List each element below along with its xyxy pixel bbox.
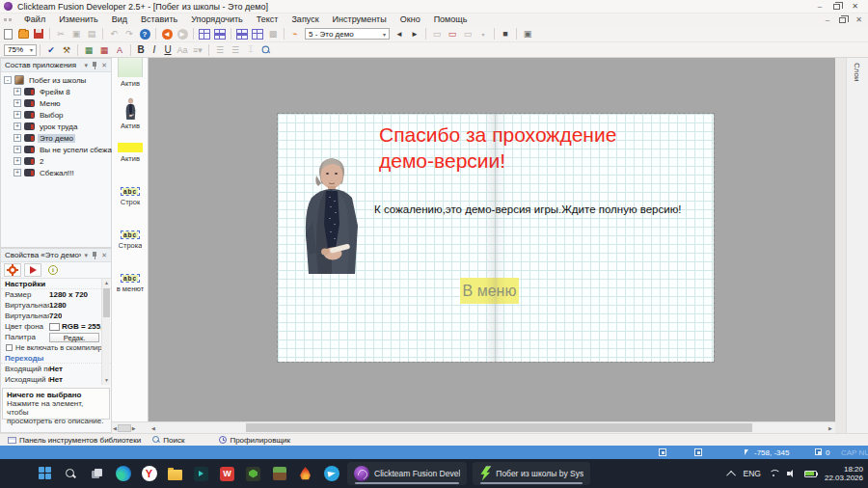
tree-item-eto-demo[interactable]: + Это демо: [4, 132, 111, 144]
scroll-thumb[interactable]: [246, 423, 752, 432]
search-zoom-icon[interactable]: [258, 43, 274, 57]
underline-button[interactable]: U: [161, 43, 175, 57]
library-tools-panel-button[interactable]: Панель инструментов библиотеки: [4, 434, 145, 447]
yellow-thumbnail-icon[interactable]: [118, 143, 143, 152]
layers-side-tab[interactable]: Слои: [846, 58, 868, 433]
menu-arrange[interactable]: Упорядочить: [184, 14, 250, 26]
tree-item-menu[interactable]: + Меню: [4, 97, 111, 109]
stop-button[interactable]: ■: [498, 27, 513, 41]
dark-app-icon[interactable]: [191, 464, 211, 484]
frame-body-text[interactable]: К сожалению,это демо-версия игры.Ждите п…: [374, 203, 682, 215]
menu-view[interactable]: Вид: [105, 14, 134, 26]
green-app-icon[interactable]: [243, 464, 263, 484]
taskbar-search-icon[interactable]: [61, 464, 81, 484]
tree-item-urok-truda[interactable]: + урок труда: [4, 121, 111, 132]
event-editor-button[interactable]: [234, 27, 250, 41]
tree-item-2[interactable]: + 2: [4, 155, 111, 167]
show-grid-icon[interactable]: ▦: [81, 43, 96, 57]
taskbar-window-fusion[interactable]: Clickteam Fusion Devel: [347, 462, 467, 485]
teacher-thumbnail-icon[interactable]: [123, 97, 138, 120]
menu-tools[interactable]: Инструменты: [326, 14, 393, 26]
search-panel-button[interactable]: Поиск: [149, 434, 188, 447]
task-view-icon[interactable]: [87, 464, 107, 484]
run-frame-button[interactable]: ▭: [445, 27, 460, 41]
menu-help[interactable]: Помощь: [427, 14, 475, 26]
run-project-icon[interactable]: ▭: [460, 27, 475, 41]
language-indicator[interactable]: ENG: [744, 469, 761, 478]
pointer-tool-icon[interactable]: ✔: [43, 43, 59, 57]
start-button[interactable]: [35, 464, 55, 484]
object-active-yellow[interactable]: Актив: [112, 143, 149, 163]
string-object-icon[interactable]: abc: [121, 274, 140, 283]
expander-icon[interactable]: +: [14, 122, 21, 130]
pin-icon[interactable]: [92, 62, 97, 69]
expander-icon[interactable]: -: [4, 76, 12, 84]
menu-edit[interactable]: Изменить: [52, 14, 105, 26]
properties-scrollbar[interactable]: ▲ ▼: [101, 279, 110, 385]
tab-settings-gear-icon[interactable]: [4, 263, 21, 277]
scroll-down-icon[interactable]: ▼: [102, 376, 111, 385]
help-button[interactable]: ?: [137, 27, 152, 41]
expander-icon[interactable]: +: [14, 99, 21, 107]
canvas-horizontal-scrollbar[interactable]: ◀ ▶: [149, 421, 835, 433]
object-string-1[interactable]: abc Строк: [112, 187, 149, 206]
font-tool-icon[interactable]: A: [112, 43, 127, 57]
battery-icon[interactable]: [804, 471, 817, 477]
string-object-icon[interactable]: abc: [121, 187, 140, 196]
run-frame-icon[interactable]: ⌁: [287, 27, 303, 41]
menu-file[interactable]: Файл: [17, 14, 52, 26]
tree-item-frame8[interactable]: + Фрейм 8: [4, 86, 111, 97]
forward-button[interactable]: ►: [175, 27, 190, 41]
minecraft-icon[interactable]: [269, 464, 289, 484]
wifi-icon[interactable]: [769, 470, 779, 478]
red-w-app-icon[interactable]: W: [217, 464, 237, 484]
frame-selector[interactable]: 5 - Это демо▾: [305, 28, 390, 40]
clock[interactable]: 18:20 22.03.2026: [825, 465, 863, 482]
prev-frame-button[interactable]: ◄: [392, 27, 407, 41]
run-application-icon[interactable]: ▭: [429, 27, 445, 41]
expander-icon[interactable]: +: [14, 157, 21, 165]
fullscreen-button[interactable]: ▣: [520, 27, 535, 41]
minimize-button[interactable]: –: [818, 3, 822, 11]
menu-button-object[interactable]: В меню: [460, 278, 519, 304]
flame-app-icon[interactable]: [295, 464, 315, 484]
scroll-thumb[interactable]: [103, 288, 110, 317]
tray-expand-chevron-icon[interactable]: [726, 470, 736, 479]
event-list-editor-button[interactable]: [250, 27, 265, 41]
taskbar-window-game[interactable]: Побег из школы by Sys: [473, 462, 590, 485]
object-string-2[interactable]: abc Строка: [112, 230, 149, 250]
save-button[interactable]: [31, 27, 46, 41]
tab-about-info-icon[interactable]: i: [44, 263, 62, 277]
frame-title-text[interactable]: Спасибо за прохождение демо-версии!: [379, 122, 616, 174]
bold-button[interactable]: B: [134, 43, 148, 57]
mdi-minimize-button[interactable]: –: [826, 15, 829, 24]
prop-row-transition-in[interactable]: Входящий пе Нет: [1, 364, 111, 374]
pin-icon[interactable]: [92, 252, 97, 259]
yandex-browser-icon[interactable]: Y: [139, 464, 159, 484]
mdi-close-button[interactable]: ✕: [855, 15, 862, 24]
scroll-right-icon[interactable]: ▶: [132, 425, 136, 431]
close-button[interactable]: ✕: [852, 3, 858, 11]
scroll-up-icon[interactable]: ▲: [102, 279, 111, 287]
profiler-panel-button[interactable]: Профилировщик: [215, 434, 294, 447]
object-list-scrollbar[interactable]: ◀ ▶: [112, 421, 149, 433]
checkbox[interactable]: [6, 344, 13, 351]
expander-icon[interactable]: +: [14, 146, 21, 153]
tree-item-sbezhal[interactable]: + Сбежал!!!: [4, 167, 111, 178]
open-file-button[interactable]: [15, 27, 31, 41]
new-file-button[interactable]: [0, 27, 15, 41]
palette-edit-button[interactable]: Редак.: [49, 333, 99, 342]
expander-icon[interactable]: +: [14, 88, 21, 95]
tree-item-ne-uspeli[interactable]: + Вы не успели сбежать :(: [4, 144, 111, 155]
prop-row-virtual-width[interactable]: Виртуальная 1280: [1, 300, 111, 311]
expander-icon[interactable]: +: [14, 169, 21, 176]
italic-button[interactable]: I: [148, 43, 161, 57]
panel-close-icon[interactable]: ✕: [101, 62, 107, 69]
scroll-left-icon[interactable]: ◀: [113, 425, 117, 431]
restore-button[interactable]: [833, 4, 840, 10]
string-object-icon[interactable]: abc: [121, 230, 140, 239]
back-button[interactable]: ◄: [159, 27, 175, 41]
file-explorer-icon[interactable]: [165, 464, 185, 484]
grid-settings-icon[interactable]: ⚒: [59, 43, 74, 57]
menu-window[interactable]: Окно: [393, 14, 427, 26]
